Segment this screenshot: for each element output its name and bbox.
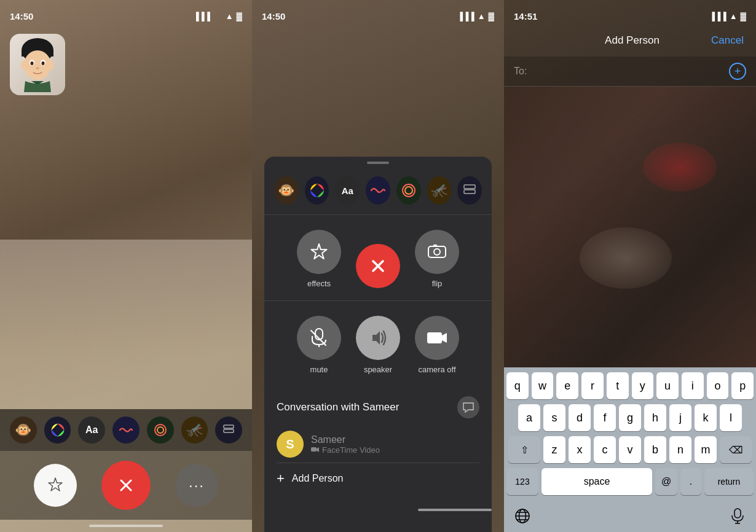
key-d[interactable]: d bbox=[569, 404, 591, 431]
speaker-btn[interactable] bbox=[356, 316, 400, 360]
main-controls-1: ··· bbox=[0, 451, 252, 520]
key-i[interactable]: i bbox=[682, 372, 704, 399]
key-x[interactable]: x bbox=[569, 436, 591, 463]
conversation-header: Conversation with Sameer bbox=[277, 396, 479, 418]
signal-icon-1: ▐▐▐ bbox=[193, 12, 210, 21]
cancel-btn[interactable]: Cancel bbox=[711, 34, 744, 47]
effect-bug-btn[interactable]: 🦟 bbox=[181, 417, 208, 444]
modal-bug-btn[interactable]: 🦟 bbox=[427, 176, 452, 205]
call-controls-row2: mute speaker camera off bbox=[264, 301, 492, 386]
key-r[interactable]: r bbox=[581, 372, 604, 399]
modal-squiggle-btn[interactable] bbox=[366, 176, 390, 205]
status-time-2: 14:50 bbox=[262, 11, 285, 22]
call-effects-btn[interactable] bbox=[297, 230, 341, 274]
call-ctrl-end[interactable] bbox=[356, 244, 400, 288]
key-k[interactable]: k bbox=[695, 404, 717, 431]
effect-stack-btn[interactable] bbox=[215, 417, 242, 444]
key-h[interactable]: h bbox=[644, 404, 666, 431]
num-key[interactable]: 123 bbox=[506, 468, 538, 495]
key-l[interactable]: l bbox=[720, 404, 742, 431]
panel-facetime-active: 14:50 ▐▐▐ ▲ ▓ bbox=[0, 0, 252, 532]
space-key[interactable]: space bbox=[541, 468, 652, 495]
add-person-label: Add Person bbox=[292, 473, 344, 484]
backspace-key[interactable]: ⌫ bbox=[720, 436, 752, 463]
call-ctrl-mute[interactable]: mute bbox=[297, 316, 341, 374]
effect-color-btn[interactable] bbox=[44, 417, 71, 444]
mute-btn[interactable] bbox=[297, 316, 341, 360]
dot-key[interactable]: . bbox=[680, 468, 701, 495]
light-blob bbox=[580, 227, 672, 289]
svg-rect-25 bbox=[433, 244, 437, 247]
to-input[interactable] bbox=[532, 66, 729, 77]
status-bar-2: 14:50 ▐▐▐ ▲ ▓ bbox=[252, 0, 504, 27]
panel-add-person: 14:51 ▐▐▐ ▲ ▓ Add Person Cancel To: + q … bbox=[504, 0, 756, 532]
key-f[interactable]: f bbox=[594, 404, 616, 431]
key-u[interactable]: u bbox=[656, 372, 679, 399]
camera-off-btn[interactable] bbox=[415, 316, 459, 360]
signal-icon-2: ▐▐▐ bbox=[457, 12, 474, 21]
call-ctrl-flip[interactable]: flip bbox=[415, 230, 459, 288]
wifi-icon-2: ▲ bbox=[478, 12, 486, 21]
modal-color-btn[interactable] bbox=[305, 176, 329, 205]
key-o[interactable]: o bbox=[707, 372, 729, 399]
call-ctrl-camera-off[interactable]: camera off bbox=[415, 316, 459, 374]
contact-type-label: FaceTime Video bbox=[322, 445, 380, 455]
modal-effects-row: 🐵 Aa 🦟 bbox=[264, 171, 492, 215]
sameer-avatar: S bbox=[277, 431, 304, 458]
svg-point-11 bbox=[155, 424, 166, 436]
key-z[interactable]: z bbox=[543, 436, 565, 463]
key-q[interactable]: q bbox=[506, 372, 529, 399]
modal-stack-btn[interactable] bbox=[457, 176, 482, 205]
key-b[interactable]: b bbox=[644, 436, 666, 463]
key-t[interactable]: t bbox=[607, 372, 629, 399]
key-a[interactable]: a bbox=[518, 404, 540, 431]
key-n[interactable]: n bbox=[669, 436, 691, 463]
effect-monkey-btn[interactable]: 🐵 bbox=[10, 417, 37, 444]
call-ctrl-effects[interactable]: effects bbox=[297, 230, 341, 288]
end-call-btn[interactable] bbox=[101, 461, 151, 510]
call-menu-sheet: 🐵 Aa 🦟 effects bbox=[264, 157, 492, 532]
key-y[interactable]: y bbox=[632, 372, 654, 399]
globe-btn[interactable] bbox=[509, 503, 536, 530]
avatar-face bbox=[10, 34, 65, 95]
flip-label: flip bbox=[432, 279, 443, 288]
keyboard-row-4: 123 space @ . return bbox=[506, 468, 754, 495]
add-person-row[interactable]: + Add Person bbox=[277, 463, 479, 494]
contact-row-sameer: S Sameer FaceTime Video bbox=[277, 426, 479, 463]
svg-point-2 bbox=[24, 50, 51, 80]
key-p[interactable]: p bbox=[731, 372, 754, 399]
key-m[interactable]: m bbox=[695, 436, 717, 463]
key-g[interactable]: g bbox=[619, 404, 641, 431]
key-v[interactable]: v bbox=[619, 436, 641, 463]
modal-aa-btn[interactable]: Aa bbox=[335, 176, 360, 205]
add-contact-btn[interactable]: + bbox=[729, 63, 746, 80]
mic-btn[interactable] bbox=[724, 503, 751, 530]
effect-aa-btn[interactable]: Aa bbox=[78, 417, 105, 444]
svg-point-24 bbox=[434, 249, 440, 255]
return-key[interactable]: return bbox=[704, 468, 754, 495]
avatar-container bbox=[10, 34, 65, 95]
key-e[interactable]: e bbox=[556, 372, 578, 399]
at-key[interactable]: @ bbox=[655, 468, 677, 495]
effects-btn[interactable] bbox=[34, 464, 77, 507]
flip-btn[interactable] bbox=[415, 230, 459, 274]
end-call-btn-2[interactable] bbox=[356, 244, 400, 288]
shift-key[interactable]: ⇧ bbox=[508, 436, 540, 463]
key-s[interactable]: s bbox=[543, 404, 565, 431]
effect-circle-btn[interactable] bbox=[147, 417, 174, 444]
svg-rect-14 bbox=[224, 429, 234, 432]
effect-squiggle-btn[interactable] bbox=[112, 417, 140, 444]
key-j[interactable]: j bbox=[669, 404, 691, 431]
battery-icon-2: ▓ bbox=[489, 12, 494, 21]
modal-monkey-btn[interactable]: 🐵 bbox=[274, 176, 299, 205]
more-btn[interactable]: ··· bbox=[175, 464, 218, 507]
sameer-initial: S bbox=[286, 437, 294, 452]
key-c[interactable]: c bbox=[594, 436, 616, 463]
contact-name: Sameer bbox=[311, 434, 479, 445]
call-ctrl-speaker[interactable]: speaker bbox=[356, 316, 400, 374]
modal-circle-btn[interactable] bbox=[396, 176, 421, 205]
add-person-plus-icon: + bbox=[277, 471, 285, 487]
key-w[interactable]: w bbox=[532, 372, 554, 399]
avatar-svg bbox=[13, 37, 62, 92]
chat-btn[interactable] bbox=[457, 396, 479, 418]
